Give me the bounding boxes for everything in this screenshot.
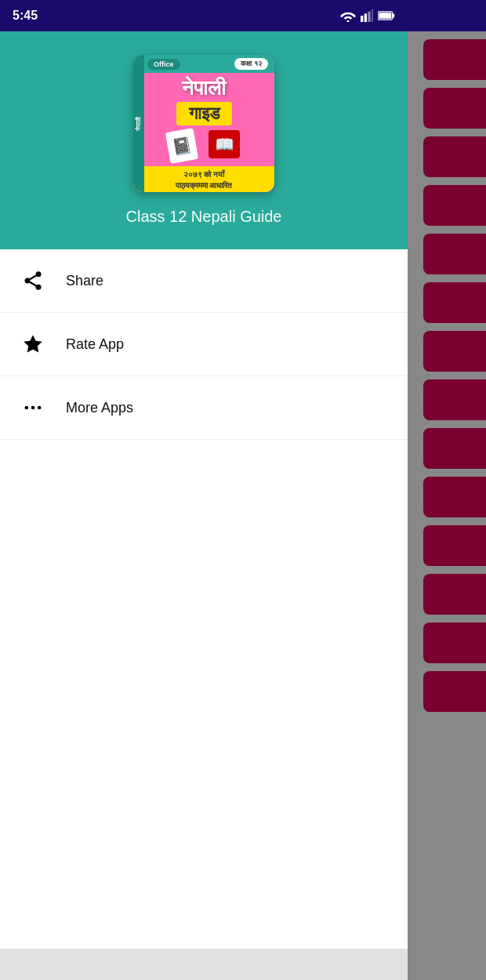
header-title: Class 12 Nepali Guide <box>126 208 282 226</box>
right-top-bar <box>408 0 486 31</box>
svg-point-7 <box>36 271 42 277</box>
right-tab-3[interactable] <box>423 136 486 177</box>
svg-point-13 <box>25 406 29 410</box>
svg-line-10 <box>30 282 36 286</box>
right-tab-4[interactable] <box>423 185 486 226</box>
svg-point-14 <box>31 406 35 410</box>
svg-rect-5 <box>393 13 395 17</box>
status-time: 5:45 <box>13 9 38 23</box>
svg-rect-3 <box>372 9 373 22</box>
drawer-header: नेपाली Office कक्षा १२ नेपाली गाइड 📓 📖 २… <box>0 31 408 249</box>
svg-marker-12 <box>24 335 42 352</box>
wifi-icon <box>340 9 356 22</box>
app-logo: नेपाली Office कक्षा १२ नेपाली गाइड 📓 📖 २… <box>133 55 274 192</box>
drawer-menu: Share Rate App <box>0 249 408 949</box>
svg-point-15 <box>38 406 42 410</box>
right-tab-13[interactable] <box>423 622 486 663</box>
svg-rect-0 <box>361 16 363 22</box>
svg-rect-1 <box>364 13 367 22</box>
more-icon <box>19 394 47 422</box>
svg-line-11 <box>30 276 36 280</box>
right-tab-2[interactable] <box>423 88 486 129</box>
right-tab-14[interactable] <box>423 671 486 712</box>
signal-icon <box>361 9 373 22</box>
share-icon <box>19 267 47 295</box>
right-tab-1[interactable] <box>423 39 486 80</box>
star-icon <box>19 330 47 358</box>
logo-notebook-icon: 📓 <box>165 128 198 164</box>
right-tab-11[interactable] <box>423 525 486 566</box>
right-tab-12[interactable] <box>423 574 486 615</box>
logo-icons-row: 📓 📖 <box>168 130 240 162</box>
logo-book-icon: 📖 <box>209 130 240 158</box>
logo-bottom-text: २०७९ को नयाँ पाठ्यक्रममा आधारित <box>138 169 270 191</box>
logo-bottom-bar: २०७९ को नयाँ पाठ्यक्रममा आधारित <box>133 166 274 192</box>
right-tab-9[interactable] <box>423 428 486 469</box>
rate-app-menu-item[interactable]: Rate App <box>0 313 408 376</box>
right-tab-10[interactable] <box>423 477 486 517</box>
status-icons <box>340 9 395 22</box>
right-tab-6[interactable] <box>423 282 486 323</box>
more-apps-label: More Apps <box>66 400 133 416</box>
share-label: Share <box>66 273 103 289</box>
right-panel <box>408 0 486 980</box>
battery-icon <box>378 10 395 21</box>
svg-point-9 <box>36 285 42 290</box>
rate-app-label: Rate App <box>66 336 124 353</box>
logo-title-guide: गाइड <box>176 102 232 125</box>
svg-rect-6 <box>379 13 391 19</box>
logo-top-left: Office <box>147 59 180 70</box>
logo-top-right: कक्षा १२ <box>234 58 268 70</box>
right-tabs-area <box>408 31 486 980</box>
share-menu-item[interactable]: Share <box>0 249 408 313</box>
more-apps-menu-item[interactable]: More Apps <box>0 376 408 440</box>
right-tab-5[interactable] <box>423 234 486 274</box>
svg-rect-2 <box>368 12 370 22</box>
svg-point-8 <box>25 278 31 284</box>
logo-left-stripe: नेपाली <box>135 117 143 131</box>
right-tab-8[interactable] <box>423 379 486 420</box>
status-bar: 5:45 <box>0 0 408 31</box>
right-tab-7[interactable] <box>423 331 486 372</box>
logo-title-nepali: नेपाली <box>182 76 226 100</box>
